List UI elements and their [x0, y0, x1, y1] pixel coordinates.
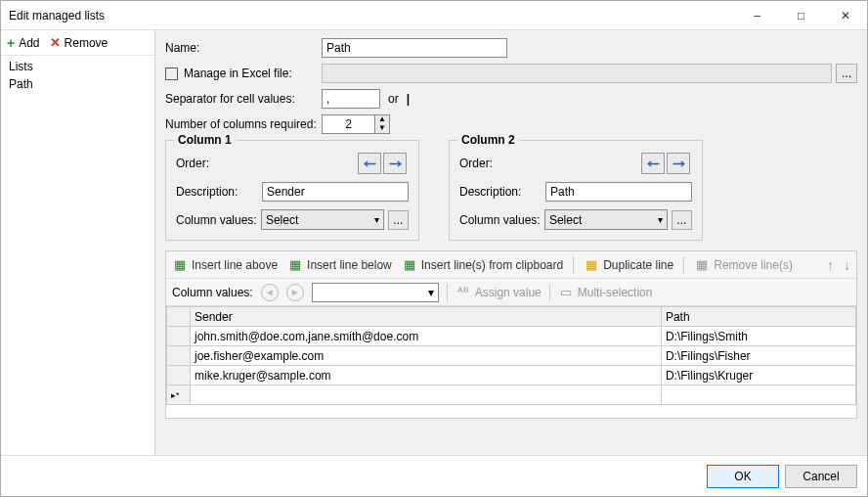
chevron-down-icon: ▾: [374, 214, 379, 225]
duplicate-line-button[interactable]: ▦Duplicate line: [584, 258, 673, 272]
chevron-down-icon: ▾: [658, 214, 663, 225]
column-header[interactable]: Sender: [191, 307, 662, 327]
move-up-button[interactable]: ↑: [827, 257, 834, 273]
insert-line-below-button[interactable]: ▦Insert line below: [287, 258, 392, 272]
main-panel: Name: Manage in Excel file: ... Separato…: [155, 30, 867, 455]
insert-above-icon: ▦: [172, 258, 188, 272]
table-row[interactable]: john.smith@doe.com,jane.smith@doe.com D:…: [167, 327, 856, 346]
column-1-title: Column 1: [174, 133, 236, 147]
duplicate-icon: ▦: [584, 258, 599, 272]
name-label: Name:: [165, 41, 322, 55]
move-down-button[interactable]: ↓: [844, 257, 850, 273]
order-left-button[interactable]: 🡐: [641, 153, 665, 174]
table-row[interactable]: mike.kruger@sample.com D:\Filings\Kruger: [167, 366, 856, 385]
pipe-symbol: |: [407, 92, 410, 106]
order-label: Order:: [459, 157, 547, 170]
managed-lists: Lists Path: [1, 56, 154, 455]
or-label: or: [388, 92, 399, 106]
description-input[interactable]: [545, 182, 692, 202]
order-right-button[interactable]: 🡒: [383, 153, 407, 174]
insert-line-above-button[interactable]: ▦Insert line above: [172, 258, 278, 272]
data-grid[interactable]: Sender Path john.smith@doe.com,jane.smit…: [166, 306, 856, 405]
sidebar: + Add ✕ Remove Lists Path: [1, 30, 155, 455]
numcols-input[interactable]: [322, 114, 375, 134]
remove-lines-button: ▦Remove line(s): [694, 258, 793, 272]
table-row[interactable]: joe.fisher@example.com D:\Filings\Fisher: [167, 346, 856, 366]
separator-input[interactable]: [322, 89, 380, 109]
description-label: Description:: [459, 185, 545, 199]
description-label: Description:: [176, 185, 262, 199]
list-item[interactable]: Path: [1, 75, 154, 93]
next-value-button: ►: [286, 284, 304, 301]
table-row-new[interactable]: ▸*: [167, 385, 856, 405]
chevron-down-icon: ▾: [428, 286, 434, 299]
ok-button[interactable]: OK: [707, 465, 779, 488]
minimize-button[interactable]: –: [735, 1, 779, 29]
plus-icon: +: [7, 35, 15, 51]
maximize-button[interactable]: □: [779, 1, 823, 29]
column-values-label: Column values:: [459, 213, 544, 227]
assign-value-button: ᴬᴮAssign value: [456, 286, 542, 299]
order-right-button[interactable]: 🡒: [667, 153, 690, 174]
window-title: Edit managed lists: [9, 9, 735, 23]
column-values-more-button[interactable]: ...: [672, 210, 692, 230]
excel-path-field: [322, 64, 832, 83]
order-left-button[interactable]: 🡐: [358, 153, 381, 174]
numcols-label: Number of columns required:: [165, 117, 322, 131]
sidebar-toolbar: + Add ✕ Remove: [1, 30, 154, 56]
manage-excel-checkbox[interactable]: [165, 68, 178, 80]
column-values-more-button[interactable]: ...: [388, 210, 409, 230]
new-row-marker: ▸*: [167, 385, 191, 405]
dialog-window: Edit managed lists – □ ✕ + Add ✕ Remove …: [0, 0, 868, 497]
name-input[interactable]: [322, 38, 507, 58]
remove-button[interactable]: ✕ Remove: [50, 35, 108, 50]
column-2-title: Column 2: [457, 133, 519, 147]
column-values-dropdown[interactable]: ▾: [312, 283, 439, 302]
cross-icon: ✕: [50, 35, 61, 50]
column-values-select[interactable]: Select ▾: [544, 209, 668, 230]
column-values-select[interactable]: Select ▾: [261, 209, 384, 230]
column-values-label: Column values:: [176, 213, 261, 227]
add-button[interactable]: + Add: [7, 35, 40, 51]
titlebar: Edit managed lists – □ ✕: [1, 1, 867, 30]
column-values-label: Column values:: [172, 286, 253, 299]
grid-toolbar: ▦Insert line above ▦Insert line below ▦I…: [166, 251, 856, 279]
cancel-button[interactable]: Cancel: [785, 465, 857, 488]
clipboard-icon: ▦: [402, 258, 417, 272]
multi-selection-button: ▭Multi-selection: [558, 286, 653, 299]
prev-value-button: ◄: [261, 284, 279, 301]
grid-area: ▦Insert line above ▦Insert line below ▦I…: [165, 250, 857, 419]
list-item[interactable]: Lists: [1, 58, 154, 75]
description-input[interactable]: [262, 182, 409, 202]
grid-toolbar-2: Column values: ◄ ► ▾ ᴬᴮAssign value ▭Mul…: [166, 279, 856, 306]
separator-label: Separator for cell values:: [165, 92, 322, 106]
dialog-footer: OK Cancel: [1, 455, 867, 496]
column-2-group: Column 2 Order: 🡐 🡒 Description:: [449, 140, 703, 241]
multi-icon: ▭: [558, 286, 574, 299]
spin-down-icon[interactable]: ▼: [375, 124, 389, 133]
insert-from-clipboard-button[interactable]: ▦Insert line(s) from clipboard: [402, 258, 563, 272]
remove-icon: ▦: [694, 258, 710, 272]
manage-excel-label: Manage in Excel file:: [184, 67, 292, 80]
column-1-group: Column 1 Order: 🡐 🡒 Description:: [165, 140, 419, 241]
close-button[interactable]: ✕: [823, 1, 867, 29]
numcols-spinner[interactable]: ▲ ▼: [375, 114, 390, 134]
column-header[interactable]: Path: [661, 307, 855, 327]
browse-excel-button[interactable]: ...: [836, 64, 857, 83]
order-label: Order:: [176, 157, 264, 170]
assign-icon: ᴬᴮ: [456, 286, 471, 299]
insert-below-icon: ▦: [287, 258, 303, 272]
